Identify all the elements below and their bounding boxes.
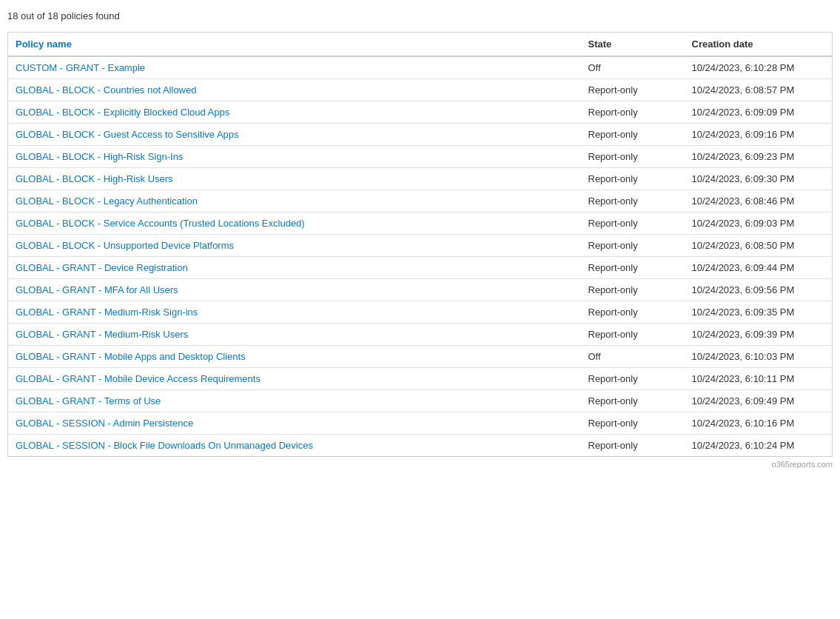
policy-state-cell: Report-only — [581, 235, 685, 257]
watermark: o365reports.com — [7, 460, 833, 469]
policy-date-cell: 10/24/2023, 6:10:28 PM — [685, 56, 833, 79]
policy-name-cell[interactable]: GLOBAL - BLOCK - High-Risk Sign-Ins — [8, 146, 581, 168]
policy-link[interactable]: GLOBAL - BLOCK - Unsupported Device Plat… — [16, 240, 234, 251]
policy-date-cell: 10/24/2023, 6:09:35 PM — [685, 301, 833, 324]
policy-state-cell: Report-only — [581, 301, 685, 324]
policy-date-cell: 10/24/2023, 6:09:30 PM — [685, 168, 833, 190]
policy-state-cell: Report-only — [581, 146, 685, 168]
policy-link[interactable]: GLOBAL - GRANT - Device Registration — [16, 262, 188, 273]
policy-date-cell: 10/24/2023, 6:08:50 PM — [685, 235, 833, 257]
policy-date-cell: 10/24/2023, 6:09:03 PM — [685, 213, 833, 235]
policy-name-cell[interactable]: GLOBAL - GRANT - Medium-Risk Sign-ins — [8, 301, 581, 324]
table-row: GLOBAL - SESSION - Block File Downloads … — [8, 435, 833, 457]
policy-state-cell: Off — [581, 56, 685, 79]
policy-date-cell: 10/24/2023, 6:10:16 PM — [685, 412, 833, 435]
table-row: GLOBAL - GRANT - Medium-Risk UsersReport… — [8, 324, 833, 346]
table-header-row: Policy name State Creation date — [8, 33, 833, 57]
policy-date-cell: 10/24/2023, 6:09:56 PM — [685, 279, 833, 301]
table-row: GLOBAL - BLOCK - Explicitly Blocked Clou… — [8, 101, 833, 124]
policy-link[interactable]: GLOBAL - GRANT - Medium-Risk Users — [16, 329, 188, 340]
table-row: GLOBAL - GRANT - MFA for All UsersReport… — [8, 279, 833, 301]
policy-name-cell[interactable]: GLOBAL - GRANT - Medium-Risk Users — [8, 324, 581, 346]
policy-state-cell: Report-only — [581, 368, 685, 390]
policy-state-cell: Report-only — [581, 435, 685, 457]
table-row: GLOBAL - BLOCK - Unsupported Device Plat… — [8, 235, 833, 257]
table-row: GLOBAL - GRANT - Mobile Device Access Re… — [8, 368, 833, 390]
header-state: State — [581, 33, 685, 57]
policy-name-cell[interactable]: GLOBAL - GRANT - Mobile Apps and Desktop… — [8, 346, 581, 368]
policy-date-cell: 10/24/2023, 6:08:57 PM — [685, 79, 833, 101]
summary-text: 18 out of 18 policies found — [7, 7, 833, 24]
policy-link[interactable]: GLOBAL - BLOCK - High-Risk Users — [16, 173, 173, 184]
policy-name-cell[interactable]: CUSTOM - GRANT - Example — [8, 56, 581, 79]
policy-date-cell: 10/24/2023, 6:09:23 PM — [685, 146, 833, 168]
policies-table: Policy name State Creation date CUSTOM -… — [7, 32, 833, 457]
policy-link[interactable]: GLOBAL - BLOCK - Guest Access to Sensiti… — [16, 129, 239, 140]
policy-name-cell[interactable]: GLOBAL - BLOCK - Legacy Authentication — [8, 190, 581, 213]
policy-state-cell: Report-only — [581, 79, 685, 101]
policy-state-cell: Report-only — [581, 101, 685, 124]
policy-state-cell: Report-only — [581, 190, 685, 213]
policy-date-cell: 10/24/2023, 6:08:46 PM — [685, 190, 833, 213]
policy-name-cell[interactable]: GLOBAL - GRANT - Mobile Device Access Re… — [8, 368, 581, 390]
table-row: GLOBAL - SESSION - Admin PersistenceRepo… — [8, 412, 833, 435]
table-row: GLOBAL - GRANT - Mobile Apps and Desktop… — [8, 346, 833, 368]
policy-name-cell[interactable]: GLOBAL - BLOCK - Service Accounts (Trust… — [8, 213, 581, 235]
table-row: GLOBAL - GRANT - Device RegistrationRepo… — [8, 257, 833, 279]
policy-link[interactable]: GLOBAL - GRANT - Mobile Device Access Re… — [16, 373, 261, 384]
policy-name-cell[interactable]: GLOBAL - BLOCK - Guest Access to Sensiti… — [8, 124, 581, 146]
policy-name-cell[interactable]: GLOBAL - BLOCK - High-Risk Users — [8, 168, 581, 190]
policy-link[interactable]: GLOBAL - GRANT - MFA for All Users — [16, 284, 178, 295]
policy-date-cell: 10/24/2023, 6:09:49 PM — [685, 390, 833, 412]
policy-date-cell: 10/24/2023, 6:09:44 PM — [685, 257, 833, 279]
policy-link[interactable]: GLOBAL - GRANT - Mobile Apps and Desktop… — [16, 351, 246, 362]
header-creation-date: Creation date — [685, 33, 833, 57]
policy-name-cell[interactable]: GLOBAL - SESSION - Block File Downloads … — [8, 435, 581, 457]
policy-state-cell: Report-only — [581, 257, 685, 279]
header-policy-name: Policy name — [8, 33, 581, 57]
policy-link[interactable]: GLOBAL - BLOCK - High-Risk Sign-Ins — [16, 151, 183, 162]
policy-date-cell: 10/24/2023, 6:10:03 PM — [685, 346, 833, 368]
table-row: GLOBAL - GRANT - Terms of UseReport-only… — [8, 390, 833, 412]
policy-state-cell: Off — [581, 346, 685, 368]
table-row: CUSTOM - GRANT - ExampleOff10/24/2023, 6… — [8, 56, 833, 79]
table-row: GLOBAL - BLOCK - High-Risk Sign-InsRepor… — [8, 146, 833, 168]
policy-state-cell: Report-only — [581, 390, 685, 412]
policy-date-cell: 10/24/2023, 6:09:39 PM — [685, 324, 833, 346]
policy-name-cell[interactable]: GLOBAL - GRANT - MFA for All Users — [8, 279, 581, 301]
policy-link[interactable]: GLOBAL - BLOCK - Countries not Allowed — [16, 84, 196, 96]
policy-state-cell: Report-only — [581, 324, 685, 346]
policy-state-cell: Report-only — [581, 168, 685, 190]
policy-name-cell[interactable]: GLOBAL - GRANT - Device Registration — [8, 257, 581, 279]
policy-date-cell: 10/24/2023, 6:09:09 PM — [685, 101, 833, 124]
table-row: GLOBAL - BLOCK - Service Accounts (Trust… — [8, 213, 833, 235]
policy-state-cell: Report-only — [581, 213, 685, 235]
policy-link[interactable]: GLOBAL - SESSION - Admin Persistence — [16, 418, 193, 429]
policy-state-cell: Report-only — [581, 279, 685, 301]
table-row: GLOBAL - BLOCK - Guest Access to Sensiti… — [8, 124, 833, 146]
policy-date-cell: 10/24/2023, 6:10:11 PM — [685, 368, 833, 390]
policy-link[interactable]: GLOBAL - BLOCK - Service Accounts (Trust… — [16, 218, 305, 229]
policy-name-cell[interactable]: GLOBAL - BLOCK - Countries not Allowed — [8, 79, 581, 101]
table-row: GLOBAL - GRANT - Medium-Risk Sign-insRep… — [8, 301, 833, 324]
policy-link[interactable]: GLOBAL - BLOCK - Legacy Authentication — [16, 195, 198, 207]
policy-date-cell: 10/24/2023, 6:10:24 PM — [685, 435, 833, 457]
policy-link[interactable]: GLOBAL - BLOCK - Explicitly Blocked Clou… — [16, 107, 229, 118]
policy-state-cell: Report-only — [581, 124, 685, 146]
table-row: GLOBAL - BLOCK - Countries not AllowedRe… — [8, 79, 833, 101]
summary-count: 18 out of 18 policies found — [7, 10, 120, 21]
policy-name-cell[interactable]: GLOBAL - GRANT - Terms of Use — [8, 390, 581, 412]
policy-link[interactable]: GLOBAL - GRANT - Medium-Risk Sign-ins — [16, 307, 198, 318]
policy-state-cell: Report-only — [581, 412, 685, 435]
policy-link[interactable]: GLOBAL - SESSION - Block File Downloads … — [16, 440, 313, 451]
policy-link[interactable]: GLOBAL - GRANT - Terms of Use — [16, 395, 161, 406]
policy-name-cell[interactable]: GLOBAL - SESSION - Admin Persistence — [8, 412, 581, 435]
policy-name-cell[interactable]: GLOBAL - BLOCK - Explicitly Blocked Clou… — [8, 101, 581, 124]
policy-link[interactable]: CUSTOM - GRANT - Example — [16, 62, 145, 73]
policy-name-cell[interactable]: GLOBAL - BLOCK - Unsupported Device Plat… — [8, 235, 581, 257]
policy-date-cell: 10/24/2023, 6:09:16 PM — [685, 124, 833, 146]
table-row: GLOBAL - BLOCK - High-Risk UsersReport-o… — [8, 168, 833, 190]
table-row: GLOBAL - BLOCK - Legacy AuthenticationRe… — [8, 190, 833, 213]
